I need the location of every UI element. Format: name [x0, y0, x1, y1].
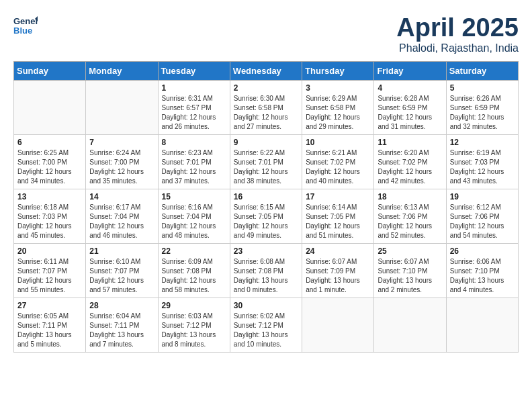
calendar-day	[14, 81, 86, 135]
day-number: 29	[162, 301, 226, 310]
month-title: April 2025	[396, 13, 519, 42]
day-number: 10	[306, 138, 370, 147]
calendar-day	[86, 81, 158, 135]
day-info: Sunrise: 6:25 AM Sunset: 7:00 PM Dayligh…	[17, 148, 82, 186]
calendar-day: 14Sunrise: 6:17 AM Sunset: 7:04 PM Dayli…	[86, 189, 158, 244]
col-header-sunday: Sunday	[14, 62, 86, 81]
calendar-day: 26Sunrise: 6:06 AM Sunset: 7:10 PM Dayli…	[446, 244, 518, 298]
calendar-day: 9Sunrise: 6:22 AM Sunset: 7:01 PM Daylig…	[230, 135, 302, 189]
day-number: 17	[306, 192, 370, 201]
day-info: Sunrise: 6:10 AM Sunset: 7:07 PM Dayligh…	[89, 257, 154, 295]
day-number: 25	[378, 246, 442, 256]
day-number: 11	[378, 138, 442, 147]
calendar-day: 3Sunrise: 6:29 AM Sunset: 6:58 PM Daylig…	[302, 81, 374, 135]
calendar-day: 2Sunrise: 6:30 AM Sunset: 6:58 PM Daylig…	[230, 81, 302, 135]
day-number: 30	[234, 301, 298, 310]
day-number: 5	[450, 83, 515, 93]
day-info: Sunrise: 6:23 AM Sunset: 7:01 PM Dayligh…	[162, 148, 226, 186]
svg-text:General: General	[13, 16, 38, 26]
col-header-tuesday: Tuesday	[158, 62, 230, 81]
calendar-day: 4Sunrise: 6:28 AM Sunset: 6:59 PM Daylig…	[374, 81, 446, 135]
calendar-day: 30Sunrise: 6:02 AM Sunset: 7:12 PM Dayli…	[230, 298, 302, 353]
day-number: 14	[89, 192, 154, 201]
day-info: Sunrise: 6:15 AM Sunset: 7:05 PM Dayligh…	[234, 203, 298, 240]
day-number: 26	[450, 246, 515, 256]
day-info: Sunrise: 6:26 AM Sunset: 6:59 PM Dayligh…	[450, 94, 515, 132]
day-info: Sunrise: 6:28 AM Sunset: 6:59 PM Dayligh…	[378, 94, 442, 132]
day-number: 3	[306, 83, 370, 93]
calendar-week-5: 27Sunrise: 6:05 AM Sunset: 7:11 PM Dayli…	[14, 298, 519, 353]
calendar-day: 18Sunrise: 6:13 AM Sunset: 7:06 PM Dayli…	[374, 189, 446, 244]
day-info: Sunrise: 6:20 AM Sunset: 7:02 PM Dayligh…	[378, 148, 442, 186]
day-number: 23	[234, 246, 298, 256]
calendar-table: SundayMondayTuesdayWednesdayThursdayFrid…	[13, 61, 519, 353]
calendar-day: 16Sunrise: 6:15 AM Sunset: 7:05 PM Dayli…	[230, 189, 302, 244]
day-info: Sunrise: 6:17 AM Sunset: 7:04 PM Dayligh…	[89, 203, 154, 240]
calendar-day: 15Sunrise: 6:16 AM Sunset: 7:04 PM Dayli…	[158, 189, 230, 244]
col-header-friday: Friday	[374, 62, 446, 81]
calendar-day: 27Sunrise: 6:05 AM Sunset: 7:11 PM Dayli…	[14, 298, 86, 353]
col-header-saturday: Saturday	[446, 62, 518, 81]
day-number: 24	[306, 246, 370, 256]
day-info: Sunrise: 6:03 AM Sunset: 7:12 PM Dayligh…	[162, 312, 226, 349]
day-info: Sunrise: 6:13 AM Sunset: 7:06 PM Dayligh…	[378, 203, 442, 240]
day-info: Sunrise: 6:14 AM Sunset: 7:05 PM Dayligh…	[306, 203, 370, 240]
day-info: Sunrise: 6:09 AM Sunset: 7:08 PM Dayligh…	[162, 257, 226, 295]
day-info: Sunrise: 6:02 AM Sunset: 7:12 PM Dayligh…	[234, 312, 298, 349]
day-info: Sunrise: 6:24 AM Sunset: 7:00 PM Dayligh…	[89, 148, 154, 186]
day-info: Sunrise: 6:21 AM Sunset: 7:02 PM Dayligh…	[306, 148, 370, 186]
calendar-day: 13Sunrise: 6:18 AM Sunset: 7:03 PM Dayli…	[14, 189, 86, 244]
day-number: 18	[378, 192, 442, 201]
calendar-day: 1Sunrise: 6:31 AM Sunset: 6:57 PM Daylig…	[158, 81, 230, 135]
calendar-day: 20Sunrise: 6:11 AM Sunset: 7:07 PM Dayli…	[14, 244, 86, 298]
day-number: 15	[162, 192, 226, 201]
day-number: 13	[17, 192, 82, 201]
day-number: 4	[378, 83, 442, 93]
day-number: 7	[89, 138, 154, 147]
calendar-day: 11Sunrise: 6:20 AM Sunset: 7:02 PM Dayli…	[374, 135, 446, 189]
day-info: Sunrise: 6:11 AM Sunset: 7:07 PM Dayligh…	[17, 257, 82, 295]
day-info: Sunrise: 6:29 AM Sunset: 6:58 PM Dayligh…	[306, 94, 370, 132]
day-number: 9	[234, 138, 298, 147]
calendar-day: 21Sunrise: 6:10 AM Sunset: 7:07 PM Dayli…	[86, 244, 158, 298]
calendar-day	[374, 298, 446, 353]
day-number: 6	[17, 138, 82, 147]
day-info: Sunrise: 6:05 AM Sunset: 7:11 PM Dayligh…	[17, 312, 82, 349]
day-info: Sunrise: 6:04 AM Sunset: 7:11 PM Dayligh…	[89, 312, 154, 349]
location: Phalodi, Rajasthan, India	[396, 42, 519, 54]
day-number: 21	[89, 246, 154, 256]
logo: General Blue	[13, 13, 38, 40]
day-number: 8	[162, 138, 226, 147]
calendar-day: 5Sunrise: 6:26 AM Sunset: 6:59 PM Daylig…	[446, 81, 518, 135]
day-number: 27	[17, 301, 82, 310]
day-info: Sunrise: 6:12 AM Sunset: 7:06 PM Dayligh…	[450, 203, 515, 240]
calendar-week-2: 6Sunrise: 6:25 AM Sunset: 7:00 PM Daylig…	[14, 135, 519, 189]
calendar-week-4: 20Sunrise: 6:11 AM Sunset: 7:07 PM Dayli…	[14, 244, 519, 298]
calendar-day: 12Sunrise: 6:19 AM Sunset: 7:03 PM Dayli…	[446, 135, 518, 189]
logo-icon: General Blue	[13, 13, 38, 40]
calendar-day: 28Sunrise: 6:04 AM Sunset: 7:11 PM Dayli…	[86, 298, 158, 353]
calendar-day: 17Sunrise: 6:14 AM Sunset: 7:05 PM Dayli…	[302, 189, 374, 244]
day-info: Sunrise: 6:31 AM Sunset: 6:57 PM Dayligh…	[162, 94, 226, 132]
calendar-week-1: 1Sunrise: 6:31 AM Sunset: 6:57 PM Daylig…	[14, 81, 519, 135]
calendar-header-row: SundayMondayTuesdayWednesdayThursdayFrid…	[14, 62, 519, 81]
calendar-day: 25Sunrise: 6:07 AM Sunset: 7:10 PM Dayli…	[374, 244, 446, 298]
day-number: 2	[234, 83, 298, 93]
day-info: Sunrise: 6:08 AM Sunset: 7:08 PM Dayligh…	[234, 257, 298, 295]
day-number: 16	[234, 192, 298, 201]
day-number: 20	[17, 246, 82, 256]
day-number: 1	[162, 83, 226, 93]
calendar-day: 23Sunrise: 6:08 AM Sunset: 7:08 PM Dayli…	[230, 244, 302, 298]
calendar-day: 24Sunrise: 6:07 AM Sunset: 7:09 PM Dayli…	[302, 244, 374, 298]
day-info: Sunrise: 6:22 AM Sunset: 7:01 PM Dayligh…	[234, 148, 298, 186]
day-info: Sunrise: 6:16 AM Sunset: 7:04 PM Dayligh…	[162, 203, 226, 240]
day-info: Sunrise: 6:18 AM Sunset: 7:03 PM Dayligh…	[17, 203, 82, 240]
calendar-day	[446, 298, 518, 353]
day-number: 12	[450, 138, 515, 147]
day-number: 22	[162, 246, 226, 256]
day-info: Sunrise: 6:06 AM Sunset: 7:10 PM Dayligh…	[450, 257, 515, 295]
calendar-week-3: 13Sunrise: 6:18 AM Sunset: 7:03 PM Dayli…	[14, 189, 519, 244]
calendar-day: 22Sunrise: 6:09 AM Sunset: 7:08 PM Dayli…	[158, 244, 230, 298]
calendar-day: 7Sunrise: 6:24 AM Sunset: 7:00 PM Daylig…	[86, 135, 158, 189]
calendar-day: 19Sunrise: 6:12 AM Sunset: 7:06 PM Dayli…	[446, 189, 518, 244]
